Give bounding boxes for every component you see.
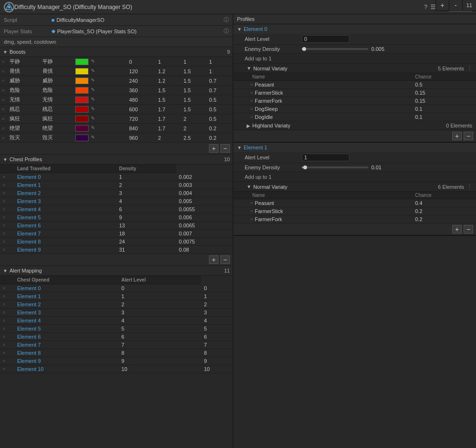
element-1-slider-track[interactable] <box>302 166 368 168</box>
alert-v1: 5 <box>119 325 201 333</box>
top-minus-button[interactable]: - <box>449 0 463 10</box>
drag-handle[interactable]: ≡ <box>0 357 14 365</box>
drag-handle[interactable]: ≡ <box>250 217 253 222</box>
drag-handle[interactable]: ≡ <box>250 201 253 205</box>
chest-remove-button[interactable]: − <box>220 255 230 264</box>
element-1-alert-input[interactable] <box>302 154 349 161</box>
boost-color-swatch[interactable] <box>75 106 89 113</box>
boosts-section-header[interactable]: ▼ Boosts 9 <box>0 47 233 57</box>
drag-handle[interactable]: ≡ <box>250 115 253 119</box>
boost-color-swatch[interactable] <box>75 58 89 65</box>
alert-mapping-section-header[interactable]: ▼ Alert Mapping 11 <box>0 266 233 276</box>
drag-handle[interactable]: ≡ <box>0 214 14 222</box>
boosts-add-button[interactable]: + <box>209 144 218 153</box>
drag-handle[interactable]: ≡ <box>0 189 14 197</box>
drag-handle[interactable]: ≡ <box>250 209 253 214</box>
drag-handle[interactable]: ≡ <box>0 333 14 341</box>
variaty-row-chance: 0.4 <box>415 200 472 206</box>
element-1-add-button[interactable]: + <box>452 225 462 234</box>
help-icon[interactable]: ? <box>424 3 427 10</box>
boost-pencil-icon[interactable]: ✎ <box>91 87 95 92</box>
alert-v2: 1 <box>201 292 233 301</box>
drag-handle[interactable]: ≡ <box>0 230 14 238</box>
element-0-slider-track[interactable] <box>302 48 368 50</box>
chest-profiles-section-header[interactable]: ▼ Chest Profiles 10 <box>0 155 233 165</box>
top-plus-button[interactable]: + <box>436 0 449 10</box>
element-0-header[interactable]: ▼ Element 0 <box>233 24 476 34</box>
boost-color-swatch[interactable] <box>75 78 89 84</box>
element-0-alert-input[interactable] <box>302 35 349 43</box>
drag-handle[interactable]: ≡ <box>250 98 253 103</box>
element-1-slider-container: 0.01 <box>302 165 472 170</box>
player-stats-value: ◆ PlayerStats_SO (Player Stats SO) <box>51 28 224 34</box>
element-0-normal-variaty-menu[interactable]: ⋮ <box>467 65 472 71</box>
drag-handle[interactable]: ≡ <box>0 309 14 317</box>
script-info-icon[interactable]: ⓘ <box>224 16 229 23</box>
left-panel: Script ■ DifficultyManagerSO ⓘ Player St… <box>0 14 233 448</box>
boost-v3: 0.5 <box>207 114 233 124</box>
drag-handle[interactable]: ≡ <box>0 341 14 349</box>
drag-handle[interactable]: ≡ <box>0 222 14 230</box>
drag-handle[interactable]: ≡ <box>0 301 14 309</box>
drag-handle[interactable]: ≡ <box>250 82 253 87</box>
boost-pencil-icon[interactable]: ✎ <box>91 125 95 130</box>
boost-color-swatch[interactable] <box>75 68 89 75</box>
boost-pencil-icon[interactable]: ✎ <box>91 135 95 140</box>
element-0-col-chance: Chance <box>415 74 472 79</box>
drag-handle[interactable]: ≡ <box>0 284 14 292</box>
drag-handle[interactable]: ≡ <box>0 365 14 373</box>
boost-color-swatch[interactable] <box>75 125 89 132</box>
drag-handle[interactable]: ≡ <box>0 114 8 124</box>
boost-color-swatch[interactable] <box>75 97 89 103</box>
drag-handle[interactable]: ≡ <box>0 292 14 301</box>
element-1-normal-variaty-menu[interactable]: ⋮ <box>467 184 472 190</box>
boost-pencil-icon[interactable]: ✎ <box>91 58 95 64</box>
drag-handle[interactable]: ≡ <box>0 67 8 76</box>
boost-pencil-icon[interactable]: ✎ <box>91 78 95 83</box>
chest-row: ≡ Element 8 24 0.0075 <box>0 238 233 246</box>
element-1-slider-thumb[interactable] <box>303 166 307 169</box>
boosts-remove-button[interactable]: − <box>220 144 230 153</box>
element-1-normal-variaty-header[interactable]: ▼ Normal Variaty 6 Elements ⋮ <box>233 182 476 192</box>
drag-handle[interactable]: ≡ <box>0 105 8 114</box>
drag-handle[interactable]: ≡ <box>0 349 14 357</box>
drag-handle[interactable]: ≡ <box>0 95 8 105</box>
boost-color-swatch[interactable] <box>75 87 89 94</box>
drag-handle[interactable]: ≡ <box>0 246 14 254</box>
player-stats-info-icon[interactable]: ⓘ <box>224 28 229 35</box>
element-1-header[interactable]: ▼ Element 1 <box>233 143 476 152</box>
drag-handle[interactable]: ≡ <box>0 325 14 333</box>
boost-pencil-icon[interactable]: ✎ <box>91 106 95 111</box>
drag-handle[interactable]: ≡ <box>0 76 8 86</box>
drag-handle[interactable]: ≡ <box>0 181 14 189</box>
drag-handle[interactable]: ≡ <box>0 133 8 143</box>
element-0-normal-variaty-header[interactable]: ▼ Normal Variaty 5 Elements ⋮ <box>233 64 476 73</box>
boost-color-cell: ✎ <box>73 105 127 114</box>
drag-handle[interactable]: ≡ <box>0 124 8 133</box>
boost-color-swatch[interactable] <box>75 116 89 122</box>
chest-add-button[interactable]: + <box>209 255 218 264</box>
element-1-remove-button[interactable]: − <box>464 225 473 234</box>
boost-color-swatch[interactable] <box>75 135 89 141</box>
drag-handle[interactable]: ≡ <box>0 205 14 214</box>
alert-v1: 0 <box>119 284 201 292</box>
drag-handle[interactable]: ≡ <box>0 197 14 205</box>
variaty-row: ≡ DogSleep 0.1 <box>233 105 476 113</box>
element-0-add-button[interactable]: + <box>452 132 462 140</box>
boost-pencil-icon[interactable]: ✎ <box>91 97 95 102</box>
drag-handle[interactable]: ≡ <box>0 173 14 181</box>
drag-handle[interactable]: ≡ <box>0 317 14 325</box>
drag-handle[interactable]: ≡ <box>0 57 8 67</box>
boost-pencil-icon[interactable]: ✎ <box>91 116 95 121</box>
alert-v2: 2 <box>201 301 233 309</box>
boosts-title: Boosts <box>10 49 227 55</box>
element-0-slider-thumb[interactable] <box>302 47 306 51</box>
drag-handle[interactable]: ≡ <box>0 86 8 95</box>
drag-handle[interactable]: ≡ <box>250 90 253 95</box>
boost-pencil-icon[interactable]: ✎ <box>91 68 95 73</box>
element-0-remove-button[interactable]: − <box>464 132 473 140</box>
boosts-row: ≡ 无情 无情 ✎ 480 1.5 1.5 0.5 <box>0 95 233 105</box>
drag-handle[interactable]: ≡ <box>250 107 253 111</box>
drag-handle[interactable]: ≡ <box>0 238 14 246</box>
element-0-highland-header[interactable]: ▶ Highland Variaty 0 Elements <box>233 121 476 130</box>
